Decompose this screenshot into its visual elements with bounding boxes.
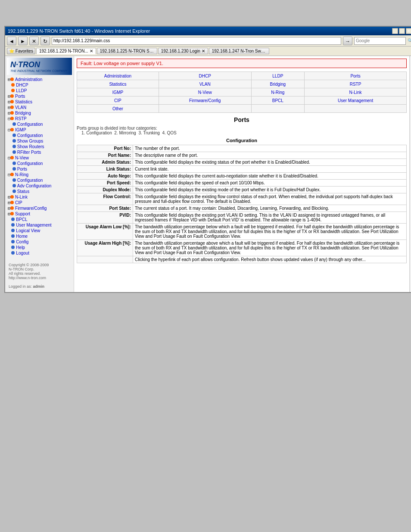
sidebar-item-rstp[interactable]: ⊟RSTP (8, 116, 71, 121)
row-label-port-state: Port State: (77, 205, 133, 212)
nav-link-bpcl[interactable]: BPCL (272, 98, 283, 103)
row-value-clicking: Clicking the hyperlink of each port allo… (133, 256, 407, 263)
nav-link-nlink[interactable]: N-Link (349, 90, 362, 95)
nav-link-cip[interactable]: CIP (114, 98, 121, 103)
sidebar-item-firmware-config[interactable]: ⊞Firmware/Config (8, 205, 71, 211)
sidebar-item-administration[interactable]: ⊞Administration (8, 77, 71, 82)
minimize-button[interactable]: _ (392, 28, 398, 34)
sidebar-item-bridging[interactable]: ⊞Bridging (8, 110, 71, 116)
nav-link-firmware-config[interactable]: Firmware/Config (189, 98, 221, 103)
table-row: Port Speed: This configurable field disp… (77, 180, 407, 187)
stop-button[interactable]: ✕ (29, 37, 39, 45)
nav-link-statistics[interactable]: Statistics (109, 82, 126, 87)
sidebar-item-dhcp[interactable]: DHCP (8, 82, 71, 88)
igmp-group: Configuration Show Groups Show Routers R… (8, 133, 71, 155)
alert-box: Fault: Low voltage on power supply V1. (77, 59, 407, 68)
nav-link-user-management[interactable]: User Management (338, 98, 373, 103)
nav-link-ports[interactable]: Ports (350, 74, 360, 78)
row-value-admin-status: This configurable field displays the exi… (133, 159, 407, 166)
row-label-clicking (77, 256, 133, 263)
tab-2[interactable]: 192.168.1.225 N-TRON Swit... ✕ (97, 48, 157, 54)
sidebar-item-nring[interactable]: ⊟N-Ring (8, 172, 71, 177)
favorites-button[interactable]: ⭐ Favorites (7, 48, 35, 54)
table-row: Duplex Mode: This configurable field dis… (77, 187, 407, 193)
maximize-button[interactable]: □ (399, 28, 405, 34)
sidebar-item-ports[interactable]: ⊞Ports (8, 93, 71, 99)
nav-link-bridging[interactable]: Bridging (270, 82, 286, 87)
scrollbar[interactable] (409, 56, 411, 292)
row-label-link-status: Link Status: (77, 166, 133, 173)
sidebar-item-igmp-configuration[interactable]: Configuration (11, 133, 71, 138)
sidebar-item-nring-configuration[interactable]: Configuration (11, 177, 71, 183)
sidebar-item-show-routers[interactable]: Show Routers (11, 144, 71, 149)
config-title: Configuration (77, 138, 407, 143)
sidebar-item-lldp[interactable]: LLDP (8, 88, 71, 93)
nav-link-dhcp[interactable]: DHCP (199, 74, 211, 78)
nav-link-vlan[interactable]: VLAN (199, 82, 211, 87)
sidebar-item-config[interactable]: Config (8, 239, 71, 245)
sidebar-item-adv-configuration[interactable]: Adv Configuration (11, 183, 71, 189)
logo-subtitle: THE INDUSTRIAL NETWORK COMPANY (10, 69, 67, 72)
refresh-button[interactable]: ↻ (40, 37, 50, 45)
sidebar-item-nring-status[interactable]: Status (11, 189, 71, 194)
nav-link-other[interactable]: Other (112, 106, 123, 111)
sidebar-item-rstp-configuration[interactable]: Configuration (11, 121, 71, 127)
sidebar-item-statistics[interactable]: ⊞Statistics (8, 99, 71, 105)
sidebar-item-user-management[interactable]: User Management (8, 222, 71, 228)
sidebar-item-nview[interactable]: ⊟N-View (8, 155, 71, 161)
sidebar-item-home[interactable]: Home (8, 233, 71, 239)
row-label-pvid: PVID: (77, 212, 133, 224)
tab-3[interactable]: 192.168.1.230 Login ✕ (158, 48, 208, 54)
sidebar-item-show-groups[interactable]: Show Groups (11, 138, 71, 144)
row-value-duplex-mode: This configurable field displays the exi… (133, 187, 407, 193)
sidebar-item-help[interactable]: Help (8, 245, 71, 250)
nav-link-igmp[interactable]: IGMP (112, 90, 124, 95)
sidebar-item-bpcl[interactable]: BPCL (8, 217, 71, 222)
go-button[interactable]: → (343, 37, 352, 45)
nav-link-rstp[interactable]: RSTP (350, 82, 361, 87)
nav-link-nring[interactable]: N-Ring (271, 90, 284, 95)
row-label-auto-nego: Auto Nego: (77, 173, 133, 180)
row-label-flow-control: Flow Control: (77, 193, 133, 205)
row-value-port-speed: This configurable field displays the spe… (133, 180, 407, 187)
sidebar-item-cip[interactable]: ⊞CIP (8, 200, 71, 205)
row-value-link-status: Current link state. (133, 166, 407, 173)
sidebar-item-logout[interactable]: Logout (8, 250, 71, 256)
table-row: Clicking the hyperlink of each port allo… (77, 256, 407, 263)
sidebar-item-logical-view[interactable]: Logical View (8, 228, 71, 233)
sidebar-item-nview-configuration[interactable]: Configuration (11, 161, 71, 166)
alert-text: Fault: Low voltage on power supply V1. (81, 61, 163, 66)
sidebar-item-nlink[interactable]: ⊞N-Link (8, 194, 71, 200)
window-controls[interactable]: _ □ ✕ (392, 28, 411, 34)
search-input[interactable] (354, 37, 406, 45)
back-button[interactable]: ◄ (7, 37, 16, 45)
page-content: N·TRON THE INDUSTRIAL NETWORK COMPANY ⊞A… (5, 56, 411, 292)
table-row: Port State: The current status of a port… (77, 205, 407, 212)
page-title: Ports (77, 116, 407, 123)
nview-group: Configuration Ports (8, 161, 71, 172)
sidebar-item-rfilter-ports[interactable]: RFilter Ports (11, 149, 71, 155)
sidebar-item-support[interactable]: ⊞Support (8, 211, 71, 217)
row-label-duplex-mode: Duplex Mode: (77, 187, 133, 193)
row-label-port-speed: Port Speed: (77, 180, 133, 187)
table-row: Port No: The number of the port. (77, 145, 407, 152)
sidebar-item-vlan[interactable]: ⊞VLAN (8, 105, 71, 110)
table-row: Port Name: The descriptive name of the p… (77, 152, 407, 159)
row-label-admin-status: Admin Status: (77, 159, 133, 166)
close-button[interactable]: ✕ (406, 28, 411, 34)
logo-area: N·TRON THE INDUSTRIAL NETWORK COMPANY (7, 58, 72, 75)
tab-4[interactable]: 192.168.1.247 N-Tron Switc... ✕ (209, 48, 269, 54)
forward-button[interactable]: ► (18, 37, 28, 45)
sidebar-item-nview-ports[interactable]: Ports (11, 166, 71, 172)
detail-table: Port No: The number of the port. Port Na… (77, 145, 407, 263)
browser-toolbar: ◄ ► ✕ ↻ → 🔍 (5, 35, 411, 47)
nav-link-administration[interactable]: Administration (104, 74, 131, 78)
tab-1[interactable]: 192.168.1.229 N-TRON... ✕ (36, 48, 96, 54)
nav-link-lldp[interactable]: LLDP (272, 74, 283, 78)
table-row: Admin Status: This configurable field di… (77, 159, 407, 166)
search-icon: 🔍 (408, 38, 411, 43)
favorites-bar: ⭐ Favorites 192.168.1.229 N-TRON... ✕ 19… (5, 47, 411, 56)
address-bar[interactable] (52, 37, 341, 45)
sidebar-item-igmp[interactable]: ⊟IGMP (8, 127, 71, 133)
nav-link-nview[interactable]: N-View (198, 90, 212, 95)
